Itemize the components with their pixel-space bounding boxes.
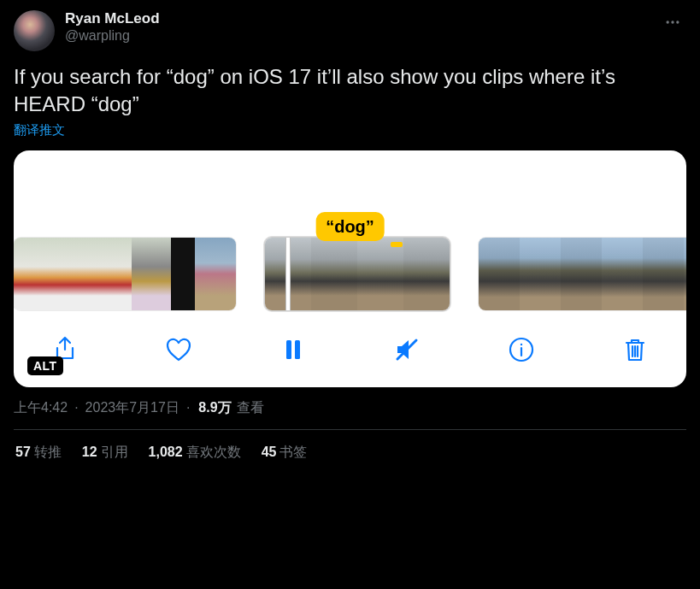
pause-icon — [279, 335, 308, 364]
translate-link[interactable]: 翻译推文 — [14, 122, 686, 138]
svg-point-1 — [671, 21, 674, 23]
svg-point-0 — [667, 21, 669, 23]
retweets-stat[interactable]: 57转推 — [15, 444, 62, 462]
stat-label: 转推 — [34, 445, 62, 459]
tweet-card: Ryan McLeod @warpling If you search for … — [0, 0, 700, 475]
svg-rect-4 — [295, 340, 300, 359]
mute-button[interactable] — [388, 331, 426, 368]
clip-frame — [92, 238, 132, 310]
clip-frame — [479, 238, 520, 310]
stat-count: 57 — [15, 445, 31, 459]
clip-frame — [520, 238, 561, 310]
svg-point-2 — [676, 21, 679, 23]
pause-button[interactable] — [274, 331, 312, 368]
clip-frame — [53, 238, 92, 310]
clip-frame — [561, 238, 602, 310]
media-toolbar — [14, 319, 686, 387]
tweet-header: Ryan McLeod @warpling — [14, 10, 686, 51]
media-top-space — [14, 150, 686, 221]
clip-frame — [171, 238, 195, 310]
tooltip-marker — [391, 242, 403, 247]
like-button[interactable] — [160, 331, 197, 368]
dot-separator — [185, 400, 191, 415]
bookmarks-stat[interactable]: 45书签 — [262, 444, 308, 462]
search-term-tooltip: “dog” — [315, 212, 385, 241]
stat-count: 45 — [262, 445, 277, 459]
dot-separator — [73, 400, 79, 415]
trash-button[interactable] — [616, 331, 654, 368]
clip-frame — [602, 238, 643, 310]
media-attachment[interactable]: “dog” — [14, 150, 686, 387]
more-icon — [664, 14, 681, 31]
clip-frame — [311, 238, 357, 310]
svg-rect-3 — [286, 340, 291, 359]
heart-icon — [164, 335, 193, 364]
stat-count: 1,082 — [149, 445, 183, 459]
stat-label: 书签 — [279, 445, 307, 459]
quotes-stat[interactable]: 12引用 — [82, 444, 128, 462]
clip-group-3[interactable] — [479, 238, 686, 310]
user-names[interactable]: Ryan McLeod @warpling — [65, 10, 160, 44]
display-name: Ryan McLeod — [65, 10, 160, 27]
views-count: 8.9万 — [198, 399, 231, 417]
likes-stat[interactable]: 1,082喜欢次数 — [149, 444, 241, 462]
clip-frame — [132, 238, 171, 310]
tweet-meta: 上午4:42 2023年7月17日 8.9万 查看 — [14, 399, 686, 430]
views-label: 查看 — [237, 399, 264, 417]
clip-group-1[interactable] — [14, 238, 236, 310]
info-icon — [507, 335, 536, 364]
clip-frame — [357, 238, 403, 310]
svg-point-7 — [520, 344, 521, 345]
clip-group-2-active[interactable] — [265, 238, 450, 310]
speaker-muted-icon — [392, 335, 421, 364]
tweet-text: If you search for “dog” on iOS 17 it’ll … — [14, 63, 686, 117]
tweet-stats: 57转推 12引用 1,082喜欢次数 45书签 — [14, 430, 686, 470]
tweet-time[interactable]: 上午4:42 — [14, 399, 68, 417]
clip-frame — [684, 238, 686, 310]
clip-frame — [403, 238, 450, 310]
stat-label: 引用 — [101, 445, 128, 459]
timeline-playhead[interactable] — [285, 238, 291, 310]
clip-frame — [195, 238, 236, 310]
stat-label: 喜欢次数 — [186, 445, 241, 459]
trash-icon — [621, 335, 650, 364]
alt-badge[interactable]: ALT — [27, 356, 63, 375]
clip-frame — [14, 238, 53, 310]
stat-count: 12 — [82, 445, 97, 459]
more-button[interactable] — [659, 10, 686, 38]
info-button[interactable] — [503, 331, 540, 368]
avatar[interactable] — [14, 10, 55, 51]
user-handle: @warpling — [65, 27, 160, 44]
tweet-date[interactable]: 2023年7月17日 — [85, 399, 179, 417]
clip-frame — [643, 238, 684, 310]
